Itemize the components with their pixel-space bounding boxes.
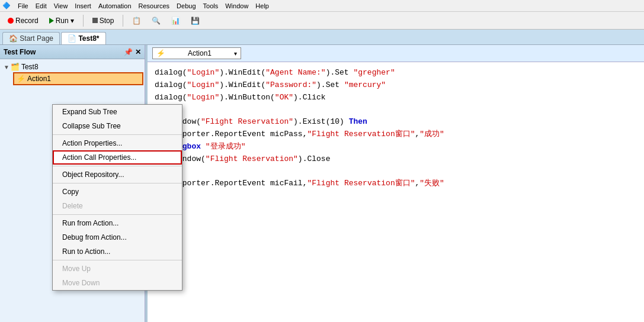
code-span: ).WinEdit( [219, 68, 265, 77]
cm-action-call-properties[interactable]: Action Call Properties... [53, 150, 182, 165]
test8-tree-icon: 🗂️ [11, 63, 20, 71]
menu-tools[interactable]: Tools [203, 2, 219, 9]
code-line-2: dialog("Login").WinEdit("Password:").Set… [155, 79, 637, 92]
tab-test8[interactable]: 📄 Test8* [61, 32, 105, 44]
code-string: "OK" [275, 93, 293, 102]
code-line-4: If window("Flight Reservation").Exist(10… [155, 116, 637, 128]
code-string: "登录成功" [206, 142, 246, 151]
menu-help[interactable]: Help [255, 2, 269, 9]
panel-header: Test Flow 📌 ✕ [0, 45, 145, 59]
code-line-3: dialog("Login").WinButton("OK").Click [155, 92, 637, 104]
code-span: ).WinEdit( [219, 80, 265, 89]
code-line-10: End If [155, 190, 637, 202]
menu-edit[interactable]: Edit [36, 2, 47, 9]
code-string: "Flight Reservation" [201, 117, 293, 126]
menu-resources[interactable]: Resources [139, 2, 170, 9]
start-page-label: Start Page [20, 34, 53, 43]
cm-sep-4 [53, 214, 182, 215]
cm-expand-subtree[interactable]: Expand Sub Tree [53, 105, 182, 119]
cm-debug-from-action[interactable]: Debug from Action... [53, 230, 182, 244]
code-line-7: window("Flight Reservation").Close [155, 153, 637, 166]
stop-label: Stop [100, 17, 114, 25]
code-string: "Flight Reservation窗口" [307, 130, 415, 139]
record-icon [8, 18, 14, 24]
code-span: ).Close [298, 154, 331, 163]
action-dropdown[interactable]: ⚡ Action1 ▾ [152, 47, 241, 59]
stop-button[interactable]: Stop [88, 15, 118, 27]
cm-sep-3 [53, 183, 182, 183]
code-string: "Agent Name:" [265, 68, 325, 77]
code-span: ).Click [293, 93, 326, 102]
menu-window[interactable]: Window [225, 2, 248, 9]
tree-node-action1-label: Action1 [27, 75, 51, 83]
tab-start-page[interactable]: 🏠 Start Page [2, 32, 60, 44]
test8-icon: 📄 [68, 34, 76, 43]
start-page-icon: 🏠 [9, 34, 18, 43]
tab-bar: 🏠 Start Page 📄 Test8* [0, 30, 644, 45]
code-string: "Login" [187, 68, 220, 77]
code-string: "成功" [419, 130, 444, 139]
code-span: reporter.ReportEvent micPass, [173, 130, 307, 139]
code-span: dialog( [155, 80, 187, 89]
cm-sep-5 [53, 260, 182, 260]
menu-insert[interactable]: Insert [75, 2, 91, 9]
menu-debug[interactable]: Debug [177, 2, 196, 9]
code-string: "Login" [187, 93, 220, 102]
cm-run-to-action[interactable]: Run to Action... [53, 244, 182, 259]
menu-bar: 🔷 File Edit View Insert Automation Resou… [0, 0, 644, 12]
code-line-6: msgbox "登录成功" [155, 141, 637, 153]
code-span: ).WinButton( [219, 93, 275, 102]
code-area[interactable]: dialog("Login").WinEdit("Agent Name:").S… [148, 62, 644, 322]
action-selected-label: Action1 [188, 49, 212, 57]
collapse-icon[interactable]: ▼ [4, 64, 9, 70]
cm-run-from-action[interactable]: Run from Action... [53, 216, 182, 230]
tree-node-test8[interactable]: ▼ 🗂️ Test8 [1, 62, 143, 72]
code-string: "失败" [419, 179, 444, 188]
run-icon [49, 18, 54, 24]
toolbar-separator [83, 15, 84, 27]
tree-node-action1[interactable]: ⚡ Action1 [13, 72, 143, 85]
tree-node-test8-label: Test8 [21, 63, 39, 71]
tree-area: ▼ 🗂️ Test8 ⚡ Action1 [0, 59, 145, 88]
run-dropdown-arrow[interactable]: ▾ [71, 17, 74, 25]
toolbar-btn-2[interactable]: 🔍 [148, 15, 165, 27]
code-string: "Flight Reservation窗口" [307, 179, 415, 188]
pin-icon[interactable]: 📌 [124, 48, 133, 56]
test-flow-panel: Test Flow 📌 ✕ ▼ 🗂️ Test8 ⚡ Action1 Expan… [0, 45, 145, 322]
menu-automation[interactable]: Automation [98, 2, 132, 9]
toolbar-btn-4[interactable]: 💾 [187, 15, 204, 27]
toolbar-btn-1[interactable]: 📋 [128, 15, 145, 27]
close-panel-icon[interactable]: ✕ [135, 48, 141, 56]
toolbar-separator-2 [123, 15, 123, 27]
kw-then: Then [349, 117, 367, 126]
cm-sep-1 [53, 134, 182, 135]
code-line-blank [155, 104, 637, 116]
code-line-5: reporter.ReportEvent micPass,"Flight Res… [155, 128, 637, 141]
code-string: "gregher" [353, 68, 395, 77]
action-bar: ⚡ Action1 ▾ [148, 45, 644, 62]
code-span: ).Set [316, 80, 344, 89]
menu-file[interactable]: File [18, 2, 28, 9]
panel-title: Test Flow [4, 48, 36, 56]
cm-move-up: Move Up [53, 262, 182, 276]
cm-object-repository[interactable]: Object Repository... [53, 168, 182, 182]
code-line-8: else [155, 165, 637, 178]
cm-move-down: Move Down [53, 276, 182, 290]
run-button[interactable]: Run ▾ [45, 15, 78, 27]
record-label: Record [15, 17, 39, 25]
run-label: Run [56, 17, 69, 25]
record-button[interactable]: Record [4, 15, 43, 27]
code-string: "Flight Reservation" [206, 154, 298, 163]
toolbar-btn-3[interactable]: 📊 [167, 15, 184, 27]
menu-icon: 🔷 [2, 2, 11, 9]
action1-tree-icon: ⚡ [17, 75, 25, 83]
action-dropdown-arrow: ▾ [234, 50, 237, 57]
cm-action-properties[interactable]: Action Properties... [53, 136, 182, 150]
cm-copy[interactable]: Copy [53, 185, 182, 199]
right-panel: ⚡ Action1 ▾ dialog("Login").WinEdit("Age… [148, 45, 644, 322]
menu-view[interactable]: View [54, 2, 68, 9]
code-span: dialog( [155, 68, 187, 77]
cm-collapse-subtree[interactable]: Collapse Sub Tree [53, 119, 182, 133]
code-span [201, 142, 206, 151]
code-span: dialog( [155, 93, 187, 102]
